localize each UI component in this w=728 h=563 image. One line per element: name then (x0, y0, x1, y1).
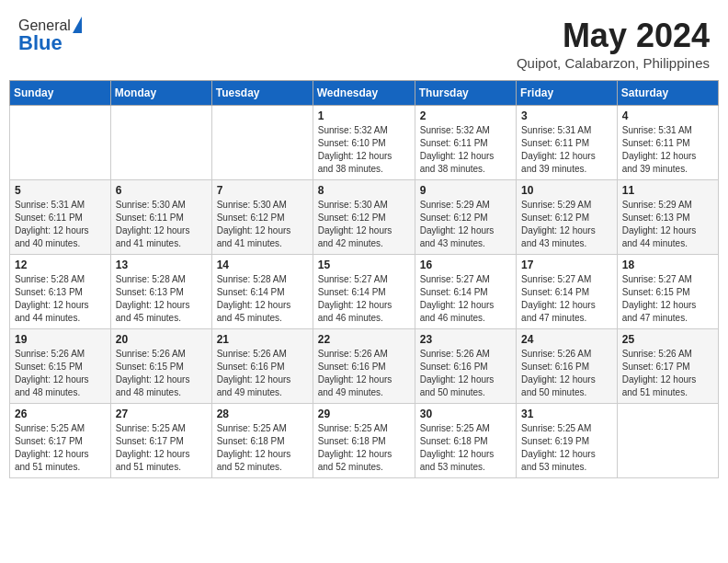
calendar-day-7: 7Sunrise: 5:30 AM Sunset: 6:12 PM Daylig… (211, 180, 313, 255)
calendar-day-10: 10Sunrise: 5:29 AM Sunset: 6:12 PM Dayli… (517, 180, 618, 255)
logo-triangle-icon (73, 17, 82, 33)
day-number: 4 (622, 109, 713, 122)
day-info: Sunrise: 5:27 AM Sunset: 6:14 PM Dayligh… (420, 273, 511, 325)
calendar-empty-cell (617, 404, 718, 478)
day-number: 2 (420, 109, 511, 122)
day-number: 9 (420, 184, 511, 197)
calendar-header-row: SundayMondayTuesdayWednesdayThursdayFrid… (10, 81, 719, 106)
day-number: 8 (318, 184, 410, 197)
calendar-day-18: 18Sunrise: 5:27 AM Sunset: 6:15 PM Dayli… (617, 255, 718, 329)
col-header-wednesday: Wednesday (313, 81, 415, 106)
day-number: 22 (318, 333, 410, 346)
day-number: 28 (217, 408, 308, 420)
day-info: Sunrise: 5:29 AM Sunset: 6:12 PM Dayligh… (420, 199, 511, 250)
day-info: Sunrise: 5:26 AM Sunset: 6:16 PM Dayligh… (217, 348, 308, 399)
calendar-week-row: 12Sunrise: 5:28 AM Sunset: 6:13 PM Dayli… (10, 255, 719, 329)
day-info: Sunrise: 5:29 AM Sunset: 6:12 PM Dayligh… (521, 199, 612, 250)
day-number: 17 (521, 259, 612, 271)
day-info: Sunrise: 5:25 AM Sunset: 6:18 PM Dayligh… (318, 422, 410, 474)
col-header-friday: Friday (517, 81, 618, 106)
day-number: 11 (622, 184, 713, 197)
header: General Blue May 2024 Quipot, Calabarzon… (9, 9, 719, 75)
day-number: 30 (420, 408, 511, 420)
day-number: 16 (420, 259, 511, 271)
day-info: Sunrise: 5:30 AM Sunset: 6:12 PM Dayligh… (318, 199, 410, 250)
calendar-table: SundayMondayTuesdayWednesdayThursdayFrid… (9, 80, 719, 478)
calendar-day-22: 22Sunrise: 5:26 AM Sunset: 6:16 PM Dayli… (313, 329, 415, 404)
day-info: Sunrise: 5:28 AM Sunset: 6:14 PM Dayligh… (217, 273, 308, 325)
day-info: Sunrise: 5:25 AM Sunset: 6:18 PM Dayligh… (420, 422, 511, 474)
day-number: 18 (622, 259, 713, 271)
calendar-day-31: 31Sunrise: 5:25 AM Sunset: 6:19 PM Dayli… (517, 404, 618, 478)
day-info: Sunrise: 5:26 AM Sunset: 6:16 PM Dayligh… (521, 348, 612, 399)
calendar-week-row: 5Sunrise: 5:31 AM Sunset: 6:11 PM Daylig… (10, 180, 719, 255)
calendar-day-20: 20Sunrise: 5:26 AM Sunset: 6:15 PM Dayli… (110, 329, 211, 404)
calendar-empty-cell (110, 106, 211, 180)
day-number: 29 (318, 408, 410, 420)
calendar-week-row: 19Sunrise: 5:26 AM Sunset: 6:15 PM Dayli… (10, 329, 719, 404)
calendar-day-2: 2Sunrise: 5:32 AM Sunset: 6:11 PM Daylig… (415, 106, 516, 180)
day-number: 27 (116, 408, 207, 420)
calendar-day-6: 6Sunrise: 5:30 AM Sunset: 6:11 PM Daylig… (110, 180, 211, 255)
col-header-thursday: Thursday (415, 81, 516, 106)
calendar-day-16: 16Sunrise: 5:27 AM Sunset: 6:14 PM Dayli… (415, 255, 516, 329)
day-info: Sunrise: 5:31 AM Sunset: 6:11 PM Dayligh… (15, 199, 106, 250)
calendar-day-27: 27Sunrise: 5:25 AM Sunset: 6:17 PM Dayli… (110, 404, 211, 478)
day-number: 5 (15, 184, 106, 197)
day-number: 21 (217, 333, 308, 346)
day-info: Sunrise: 5:32 AM Sunset: 6:10 PM Dayligh… (318, 124, 410, 176)
day-number: 12 (15, 259, 106, 271)
calendar-day-19: 19Sunrise: 5:26 AM Sunset: 6:15 PM Dayli… (10, 329, 111, 404)
col-header-monday: Monday (110, 81, 211, 106)
calendar-day-13: 13Sunrise: 5:28 AM Sunset: 6:13 PM Dayli… (110, 255, 211, 329)
calendar-day-29: 29Sunrise: 5:25 AM Sunset: 6:18 PM Dayli… (313, 404, 415, 478)
day-info: Sunrise: 5:30 AM Sunset: 6:12 PM Dayligh… (217, 199, 308, 250)
day-info: Sunrise: 5:25 AM Sunset: 6:18 PM Dayligh… (217, 422, 308, 474)
day-number: 23 (420, 333, 511, 346)
logo-blue-text: Blue (18, 31, 82, 55)
day-info: Sunrise: 5:29 AM Sunset: 6:13 PM Dayligh… (622, 199, 713, 250)
day-number: 31 (521, 408, 612, 420)
day-number: 7 (217, 184, 308, 197)
calendar-week-row: 1Sunrise: 5:32 AM Sunset: 6:10 PM Daylig… (10, 106, 719, 180)
day-info: Sunrise: 5:27 AM Sunset: 6:14 PM Dayligh… (521, 273, 612, 325)
calendar-day-8: 8Sunrise: 5:30 AM Sunset: 6:12 PM Daylig… (313, 180, 415, 255)
logo: General Blue (18, 17, 82, 55)
day-info: Sunrise: 5:30 AM Sunset: 6:11 PM Dayligh… (116, 199, 207, 250)
day-info: Sunrise: 5:25 AM Sunset: 6:17 PM Dayligh… (15, 422, 106, 474)
calendar-day-14: 14Sunrise: 5:28 AM Sunset: 6:14 PM Dayli… (211, 255, 313, 329)
day-info: Sunrise: 5:25 AM Sunset: 6:19 PM Dayligh… (521, 422, 612, 474)
calendar-day-17: 17Sunrise: 5:27 AM Sunset: 6:14 PM Dayli… (517, 255, 618, 329)
calendar-empty-cell (10, 106, 111, 180)
calendar-day-28: 28Sunrise: 5:25 AM Sunset: 6:18 PM Dayli… (211, 404, 313, 478)
calendar-empty-cell (211, 106, 313, 180)
day-info: Sunrise: 5:28 AM Sunset: 6:13 PM Dayligh… (15, 273, 106, 325)
day-info: Sunrise: 5:26 AM Sunset: 6:16 PM Dayligh… (420, 348, 511, 399)
calendar-day-12: 12Sunrise: 5:28 AM Sunset: 6:13 PM Dayli… (10, 255, 111, 329)
day-number: 13 (116, 259, 207, 271)
col-header-tuesday: Tuesday (211, 81, 313, 106)
day-number: 20 (116, 333, 207, 346)
day-info: Sunrise: 5:32 AM Sunset: 6:11 PM Dayligh… (420, 124, 511, 176)
day-number: 3 (521, 109, 612, 122)
page-subtitle: Quipot, Calabarzon, Philippines (517, 55, 710, 71)
calendar-day-26: 26Sunrise: 5:25 AM Sunset: 6:17 PM Dayli… (10, 404, 111, 478)
day-number: 10 (521, 184, 612, 197)
day-info: Sunrise: 5:31 AM Sunset: 6:11 PM Dayligh… (622, 124, 713, 176)
calendar-day-15: 15Sunrise: 5:27 AM Sunset: 6:14 PM Dayli… (313, 255, 415, 329)
day-info: Sunrise: 5:31 AM Sunset: 6:11 PM Dayligh… (521, 124, 612, 176)
calendar-day-21: 21Sunrise: 5:26 AM Sunset: 6:16 PM Dayli… (211, 329, 313, 404)
col-header-saturday: Saturday (617, 81, 718, 106)
calendar-day-1: 1Sunrise: 5:32 AM Sunset: 6:10 PM Daylig… (313, 106, 415, 180)
calendar-day-4: 4Sunrise: 5:31 AM Sunset: 6:11 PM Daylig… (617, 106, 718, 180)
page-title: May 2024 (517, 17, 710, 55)
day-info: Sunrise: 5:26 AM Sunset: 6:17 PM Dayligh… (622, 348, 713, 399)
day-info: Sunrise: 5:26 AM Sunset: 6:15 PM Dayligh… (15, 348, 106, 399)
calendar-day-3: 3Sunrise: 5:31 AM Sunset: 6:11 PM Daylig… (517, 106, 618, 180)
day-number: 19 (15, 333, 106, 346)
day-info: Sunrise: 5:26 AM Sunset: 6:16 PM Dayligh… (318, 348, 410, 399)
calendar-day-25: 25Sunrise: 5:26 AM Sunset: 6:17 PM Dayli… (617, 329, 718, 404)
calendar-day-23: 23Sunrise: 5:26 AM Sunset: 6:16 PM Dayli… (415, 329, 516, 404)
day-info: Sunrise: 5:27 AM Sunset: 6:15 PM Dayligh… (622, 273, 713, 325)
day-info: Sunrise: 5:27 AM Sunset: 6:14 PM Dayligh… (318, 273, 410, 325)
